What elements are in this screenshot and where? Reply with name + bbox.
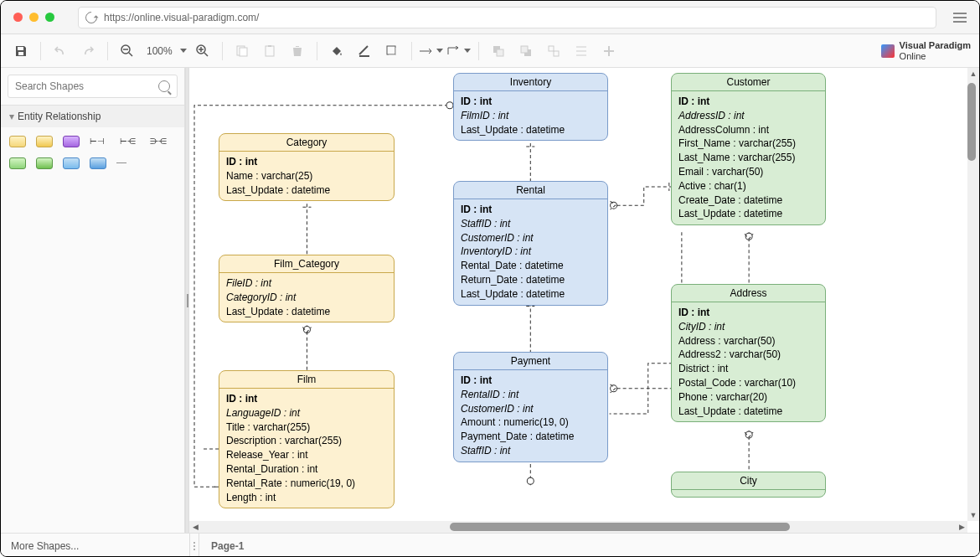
entity-title: City (672, 472, 825, 490)
entity-film[interactable]: FilmID : intLanguageID : intTitle : varc… (219, 370, 395, 508)
entity-attribute: Rental_Rate : numeric(19, 0) (226, 477, 387, 491)
zoom-out-button[interactable] (116, 39, 139, 63)
save-button[interactable] (9, 39, 33, 63)
url-bar[interactable]: https://online.visual-paradigm.com/ (78, 7, 936, 28)
entity-attribute: Last_Update : datetime (226, 305, 387, 319)
entity-shape-green-alt[interactable] (36, 157, 53, 169)
entity-body: ID : intLanguageID : intTitle : varchar(… (219, 389, 394, 508)
hscroll-thumb[interactable] (450, 523, 789, 531)
minimize-window-icon[interactable] (29, 13, 39, 22)
horizontal-scrollbar[interactable]: ◀ ▶ (189, 521, 967, 533)
more-shapes-button[interactable]: More Shapes... (1, 540, 189, 552)
canvas-wrapper: InventoryID : intFilmID : intLast_Update… (189, 68, 979, 533)
scroll-right-icon[interactable]: ▶ (956, 521, 967, 533)
entity-attribute: CustomerID : int (461, 402, 601, 416)
hamburger-menu-icon[interactable] (953, 13, 967, 23)
maximize-window-icon[interactable] (45, 13, 54, 22)
redo-button[interactable] (76, 39, 100, 63)
entity-attribute: Email : varchar(50) (678, 165, 818, 179)
entity-attribute: Last_Update : datetime (678, 405, 818, 419)
svg-rect-5 (268, 45, 271, 47)
palette-title: Entity Relationship (18, 111, 101, 122)
shadow-button[interactable] (380, 39, 404, 63)
entity-attribute: CustomerID : int (461, 231, 601, 245)
entity-customer[interactable]: CustomerID : intAddressID : intAddressCo… (671, 73, 826, 225)
zoom-dropdown-icon[interactable] (180, 49, 187, 53)
entity-shape-yellow-alt[interactable] (36, 136, 53, 147)
entity-payment[interactable]: PaymentID : intRentalID : intCustomerID … (453, 352, 608, 462)
relation-manymany-icon[interactable]: ⋺⋲ (150, 136, 170, 146)
tab-drag-handle[interactable] (189, 534, 199, 557)
entity-attribute: AddressColumn : int (678, 123, 818, 137)
align-button[interactable] (570, 39, 593, 63)
svg-rect-4 (266, 46, 274, 56)
relation-dashed-icon[interactable]: ┄┄ (116, 157, 137, 168)
svg-rect-12 (549, 46, 554, 51)
entity-attribute: Last_Update : datetime (461, 287, 601, 302)
relation-many-icon[interactable]: ⊢⋲ (120, 136, 140, 146)
entity-attribute: LanguageID : int (226, 406, 387, 420)
undo-button[interactable] (49, 39, 72, 63)
entity-title: Film (219, 371, 394, 389)
to-back-button[interactable] (514, 39, 538, 63)
connection-style-button[interactable] (420, 39, 443, 63)
svg-point-14 (446, 102, 453, 109)
entity-film_category[interactable]: Film_CategoryFileID : intCategoryID : in… (219, 255, 395, 322)
entity-category[interactable]: CategoryID : intName : varchar(25)Last_U… (219, 133, 395, 201)
entity-shape-green[interactable] (9, 157, 26, 169)
sidebar: ▾ Entity Relationship ⊢⊣ ⊢⋲ ⋺⋲ ┄┄ (1, 68, 185, 533)
entity-shape-purple[interactable] (63, 136, 80, 147)
waypoints-button[interactable] (447, 39, 471, 63)
refresh-icon[interactable] (83, 9, 100, 26)
entity-rental[interactable]: RentalID : intStaffID : intCustomerID : … (453, 181, 608, 306)
entity-title: Rental (454, 182, 607, 199)
entity-body: ID : intName : varchar(25)Last_Update : … (219, 152, 394, 200)
zoom-in-button[interactable] (191, 39, 214, 63)
scroll-left-icon[interactable]: ◀ (189, 521, 201, 533)
scroll-up-icon[interactable]: ▲ (967, 68, 979, 80)
paste-button[interactable] (258, 39, 281, 63)
logo[interactable]: Visual Paradigm Online (881, 40, 971, 60)
search-input[interactable] (15, 80, 158, 92)
delete-button[interactable] (286, 39, 309, 63)
entity-attribute: RentalID : int (461, 388, 601, 402)
svg-rect-9 (497, 49, 503, 56)
vertical-scrollbar[interactable]: ▲ ▼ (967, 68, 979, 521)
entity-attribute: ID : int (678, 306, 818, 320)
entity-body (672, 490, 825, 497)
entity-attribute: Phone : varchar(20) (678, 390, 818, 405)
to-front-button[interactable] (487, 39, 510, 63)
close-window-icon[interactable] (13, 13, 23, 22)
zoom-level[interactable]: 100% (143, 45, 176, 57)
entity-attribute: InventoryID : int (461, 245, 601, 259)
entity-city[interactable]: City (671, 472, 826, 498)
entity-shape-blue-alt[interactable] (90, 157, 106, 169)
copy-button[interactable] (230, 39, 254, 63)
search-icon[interactable] (158, 80, 170, 92)
entity-attribute: Length : int (226, 491, 387, 505)
entity-attribute: Postal_Code : varchar(10) (678, 376, 818, 390)
search-shapes[interactable] (8, 75, 178, 98)
relation-one-icon[interactable]: ⊢⊣ (90, 136, 110, 146)
scroll-down-icon[interactable]: ▼ (967, 509, 979, 521)
vscroll-thumb[interactable] (967, 83, 976, 160)
page-tab[interactable]: Page-1 (199, 534, 255, 557)
palette-header[interactable]: ▾ Entity Relationship (1, 106, 184, 127)
entity-attribute: Last_Update : datetime (226, 183, 387, 198)
entity-attribute: Description : varchar(255) (226, 434, 387, 448)
diagram-canvas[interactable]: InventoryID : intFilmID : intLast_Update… (189, 68, 979, 533)
svg-rect-6 (359, 55, 369, 57)
entity-attribute: Last_Update : datetime (461, 123, 601, 137)
entity-body: ID : intStaffID : intCustomerID : intInv… (454, 199, 607, 305)
entity-attribute: Rental_Duration : int (226, 462, 387, 477)
add-button[interactable] (597, 39, 621, 63)
fill-color-button[interactable] (325, 39, 348, 63)
entity-shape-blue[interactable] (63, 157, 80, 169)
line-color-button[interactable] (353, 39, 376, 63)
entity-address[interactable]: AddressID : intCityID : intAddress : var… (671, 284, 826, 422)
entity-attribute: Last_Update : datetime (678, 207, 818, 221)
entity-inventory[interactable]: InventoryID : intFilmID : intLast_Update… (453, 73, 608, 141)
group-button[interactable] (542, 39, 565, 63)
window-chrome: https://online.visual-paradigm.com/ (1, 1, 979, 34)
entity-shape-yellow[interactable] (9, 136, 26, 147)
